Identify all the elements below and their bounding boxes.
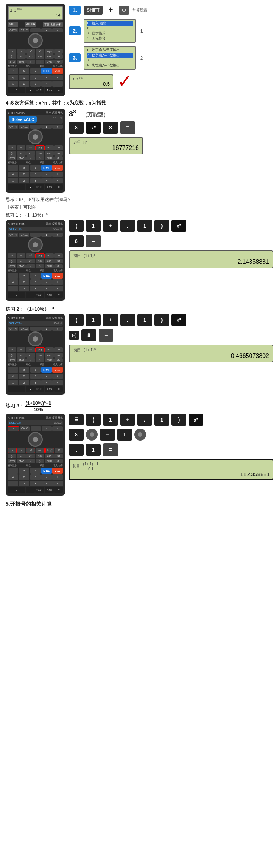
nav-center[interactable] [33, 38, 38, 43]
ex2-5[interactable]: 5 [19, 374, 29, 379]
ex3-k-8[interactable]: 8 [69, 429, 84, 441]
neg-btn[interactable]: (-) [8, 54, 16, 59]
ex3-xinv[interactable]: x⁻¹ [26, 454, 35, 458]
ex1-eq[interactable]: = [54, 292, 63, 298]
ex3-neg[interactable]: (-) [8, 454, 16, 458]
f2[interactable]: √ [17, 49, 26, 54]
ex1-nav-ring[interactable] [28, 237, 43, 252]
lp[interactable]: ( [26, 60, 35, 64]
ex2-mul[interactable]: × [41, 374, 52, 379]
ex1-k-dot[interactable]: . [120, 220, 135, 232]
ex3-k-dot2[interactable]: . [69, 444, 84, 456]
ex3-k-xn[interactable]: x■ [189, 414, 203, 426]
ex1-9[interactable]: 9 [30, 273, 41, 279]
ex1-4[interactable]: 4 [8, 279, 18, 285]
ex2-f1[interactable]: ≡ [8, 347, 16, 352]
ex1-xn[interactable]: x^n [35, 253, 45, 258]
ex1-nav-inner[interactable] [33, 242, 38, 247]
cos-btn[interactable]: cos [45, 54, 54, 59]
ex3-eng[interactable]: ENG [17, 459, 26, 463]
ac-btn[interactable]: AC [52, 68, 63, 74]
ex3-0[interactable]: 0 [8, 487, 25, 493]
dot-btn[interactable]: • [26, 87, 35, 93]
del-btn[interactable]: DEL [41, 68, 52, 74]
nav-ring[interactable] [28, 33, 43, 48]
ex2-dd[interactable]: •• [17, 353, 26, 358]
ex2-f6[interactable]: ln [54, 347, 63, 352]
ex1-k-rp[interactable]: ) [154, 220, 169, 232]
sub-btn[interactable]: − [52, 81, 63, 87]
menu-item-2[interactable]: 2： [87, 26, 133, 31]
n9b[interactable]: 9 [30, 165, 41, 171]
n5[interactable]: 5 [19, 75, 29, 80]
submenu-item-4[interactable]: 4：统性输入/不数输出 [87, 63, 133, 68]
ex1-eng[interactable]: ENG [17, 264, 26, 268]
ex1-ac[interactable]: AC [52, 273, 63, 279]
ex2-neg[interactable]: (-) [8, 353, 16, 358]
cos2[interactable]: cos [45, 151, 54, 156]
ex2-mp[interactable]: M+ [54, 358, 63, 362]
ex1-div[interactable]: ÷ [52, 279, 63, 285]
key-8-second[interactable]: 8 [103, 122, 118, 134]
ex3-dot[interactable]: • [26, 487, 35, 493]
n0b[interactable]: 0 [8, 184, 25, 190]
ex1-2[interactable]: 2 [19, 286, 29, 291]
ex3-sto[interactable]: STO [8, 459, 16, 463]
f4[interactable]: x³ [36, 49, 44, 54]
ex2-5phi[interactable]: 5ΦD [45, 358, 54, 362]
ex1-cos[interactable]: cos [45, 259, 54, 263]
ex3-k-1c[interactable]: 1 [117, 429, 132, 441]
ex3-k-frac[interactable]: ☰ [69, 414, 84, 425]
ex3-4[interactable]: 4 [8, 474, 18, 480]
ex2-k-dot[interactable]: . [120, 314, 135, 326]
alpha-btn[interactable]: ALPHA [25, 22, 36, 27]
menu-item-4[interactable]: 4：工程符号 [87, 36, 133, 41]
n8b[interactable]: 8 [19, 165, 29, 171]
ex3-8[interactable]: 8 [19, 468, 29, 474]
ex2-k-1[interactable]: 1 [86, 314, 101, 326]
xinv[interactable]: x⁻¹ [26, 54, 35, 59]
ex1-sin[interactable]: sin [36, 259, 44, 263]
sin2[interactable]: sin [36, 151, 44, 156]
ex1-tan[interactable]: tan [54, 259, 63, 263]
ex1-f6[interactable]: ln [54, 253, 63, 258]
n1b[interactable]: 1 [8, 178, 18, 183]
ex2-rp[interactable]: ) [36, 358, 44, 362]
del2[interactable]: DEL [41, 165, 52, 171]
n1[interactable]: 1 [8, 81, 18, 87]
ex2-0[interactable]: 0 [8, 386, 25, 392]
n6[interactable]: 6 [30, 75, 41, 80]
ex1-lp[interactable]: ( [26, 264, 35, 268]
key-8-first[interactable]: 8 [69, 122, 84, 134]
ex1-dot[interactable]: • [26, 292, 35, 298]
ex1-ans[interactable]: Ans [45, 292, 53, 298]
submenu-item-2[interactable]: 2：数字输入/不数输出 [87, 53, 133, 58]
ex3-add[interactable]: + [41, 481, 52, 486]
ex2-k-neg[interactable]: (-) [69, 331, 79, 340]
ex1-f5[interactable]: log𝑈 [45, 253, 54, 258]
ex2-k-eq[interactable]: = [99, 329, 113, 342]
ex3-5[interactable]: 5 [19, 474, 29, 480]
eng-btn[interactable]: ENG [17, 60, 26, 64]
ex3-tan[interactable]: tan [54, 454, 63, 458]
dot2[interactable]: •• [17, 54, 26, 59]
ex3-nav-circle[interactable] [86, 429, 98, 441]
ex3-cos[interactable]: cos [45, 454, 54, 458]
ex3-6[interactable]: 6 [30, 474, 41, 480]
f1[interactable]: ≡ [8, 49, 16, 54]
ex3-optn-btn[interactable]: ≡ [8, 426, 19, 431]
dot3[interactable]: •• [17, 151, 26, 156]
ex3-sub[interactable]: − [52, 481, 63, 486]
ex2-6[interactable]: 6 [30, 374, 41, 379]
eq-btn[interactable]: = [54, 87, 63, 93]
ex2-1[interactable]: 1 [8, 380, 18, 385]
ex3-k-1[interactable]: 1 [103, 414, 118, 426]
xinv2[interactable]: x⁻¹ [26, 151, 35, 156]
div-btn[interactable]: ÷ [52, 75, 63, 80]
ex3-exp[interactable]: ×10ˣ [35, 487, 44, 493]
ex2-k-rp[interactable]: ) [154, 314, 169, 326]
n4b[interactable]: 4 [8, 172, 18, 177]
ac2[interactable]: AC [52, 165, 63, 171]
ex2-xinv[interactable]: x⁻¹ [26, 353, 35, 358]
ex3-lp[interactable]: ( [26, 459, 35, 463]
